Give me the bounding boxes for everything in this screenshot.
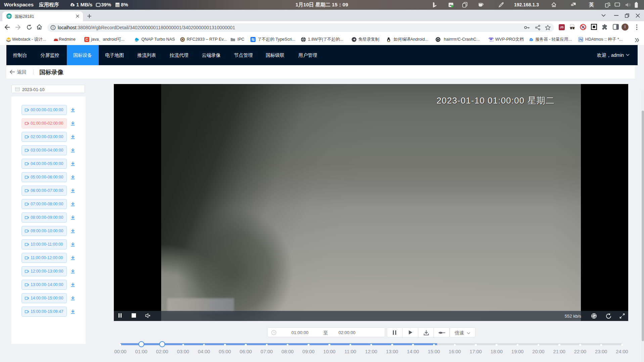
svg-text:WVP-PRO: WVP-PRO — [490, 41, 494, 42]
